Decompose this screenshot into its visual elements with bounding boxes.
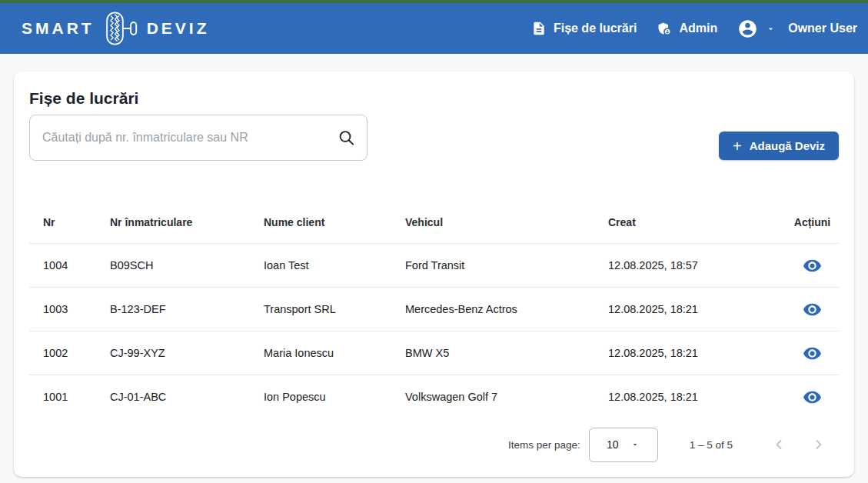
cell-vehicle: Mercedes-Benz Actros (405, 303, 608, 315)
cell-vehicle: Volkswagen Golf 7 (405, 391, 608, 403)
user-name: Owner User (788, 22, 857, 35)
cell-vehicle: BMW X5 (405, 347, 608, 359)
view-button[interactable] (800, 341, 825, 366)
cell-vehicle: Ford Transit (405, 259, 608, 271)
cell-client: Ioan Test (264, 259, 405, 271)
filter-row: + Adaugă Deviz (29, 115, 839, 161)
nav-item-admin[interactable]: Admin (657, 21, 717, 36)
cell-nr: 1004 (43, 259, 110, 271)
chevron-right-icon (810, 435, 828, 454)
cell-created: 12.08.2025, 18:21 (608, 303, 786, 315)
add-deviz-button-label: Adaugă Deviz (750, 139, 825, 152)
cell-created: 12.08.2025, 18:21 (608, 391, 786, 403)
previous-page-button[interactable] (763, 429, 794, 460)
chevron-down-icon (766, 24, 776, 34)
column-header-actions: Acțiuni (786, 216, 839, 228)
select-caret-icon (630, 440, 640, 449)
cell-client: Transport SRL (264, 303, 405, 315)
next-page-button[interactable] (803, 429, 834, 460)
cell-created: 12.08.2025, 18:21 (608, 347, 786, 359)
nav-item-fise-de-lucrari[interactable]: Fișe de lucrări (531, 21, 637, 36)
column-header-client: Nume client (264, 216, 405, 228)
cell-plate: B-123-DEF (110, 303, 264, 315)
column-header-vehicle: Vehicul (405, 216, 608, 228)
table-row: 1003 B-123-DEF Transport SRL Mercedes-Be… (29, 287, 839, 331)
work-orders-card: Fișe de lucrări + Adaugă Deviz Nr Nr înm… (14, 72, 854, 477)
plus-icon: + (733, 138, 742, 154)
account-circle-icon (737, 18, 758, 39)
cell-plate: CJ-01-ABC (110, 391, 264, 403)
brand-logo[interactable]: SMART DEVIZ (22, 11, 210, 46)
page-title: Fișe de lucrări (29, 88, 839, 108)
brand-text-smart: SMART (22, 19, 95, 38)
page-body: Fișe de lucrări + Adaugă Deviz Nr Nr înm… (0, 54, 868, 477)
range-label: 1 – 5 of 5 (690, 439, 733, 451)
search-input[interactable] (29, 115, 367, 161)
account-menu-trigger[interactable] (737, 18, 776, 39)
cell-nr: 1003 (43, 303, 110, 315)
search-field (29, 115, 367, 161)
admin-shield-icon (657, 21, 672, 36)
document-icon (531, 21, 547, 36)
table-header-row: Nr Nr înmatriculare Nume client Vehicul … (29, 202, 839, 243)
table-row: 1001 CJ-01-ABC Ion Popescu Volkswagen Go… (29, 375, 839, 418)
column-header-created: Creat (608, 216, 786, 228)
page-size-select[interactable]: 10 (589, 428, 658, 462)
work-orders-table: Nr Nr înmatriculare Nume client Vehicul … (29, 202, 839, 418)
cell-created: 12.08.2025, 18:57 (608, 259, 786, 271)
tire-axle-icon (104, 11, 141, 46)
add-deviz-button[interactable]: + Adaugă Deviz (719, 132, 839, 160)
navbar-menu: Fișe de lucrări Admin Owner User (531, 18, 857, 39)
cell-plate: B09SCH (110, 259, 264, 271)
table-row: 1002 CJ-99-XYZ Maria Ionescu BMW X5 12.0… (29, 331, 839, 375)
paginator: Items per page: 10 1 – 5 of 5 (29, 423, 839, 466)
navbar: SMART DEVIZ Fișe de lucrări (0, 3, 868, 54)
chevron-left-icon (770, 435, 788, 454)
cell-client: Ion Popescu (264, 391, 405, 403)
cell-client: Maria Ionescu (264, 347, 405, 359)
table-row: 1004 B09SCH Ioan Test Ford Transit 12.08… (29, 243, 839, 287)
view-button[interactable] (800, 385, 825, 410)
view-button[interactable] (800, 297, 825, 322)
items-per-page-label: Items per page: (508, 439, 580, 451)
cell-nr: 1002 (43, 347, 110, 359)
cell-nr: 1001 (43, 391, 110, 403)
brand-text-deviz: DEVIZ (147, 19, 210, 38)
column-header-nr: Nr (43, 216, 110, 228)
search-icon[interactable] (338, 129, 355, 147)
cell-plate: CJ-99-XYZ (110, 347, 264, 359)
page-size-value: 10 (607, 438, 619, 451)
nav-item-label: Admin (679, 22, 717, 35)
column-header-plate: Nr înmatriculare (110, 216, 264, 228)
nav-item-label: Fișe de lucrări (554, 22, 637, 35)
view-button[interactable] (800, 253, 825, 278)
